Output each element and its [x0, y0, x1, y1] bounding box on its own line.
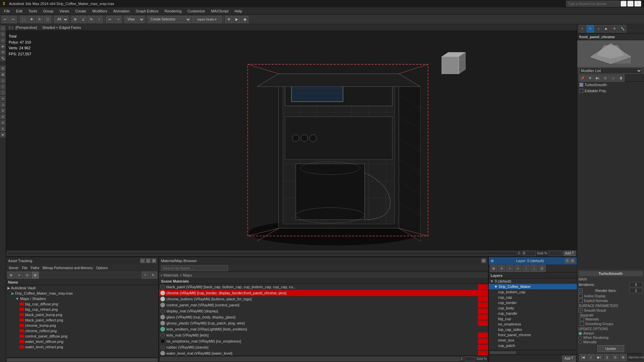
- toolbar-view-dropdown[interactable]: View: [124, 16, 145, 23]
- sidebar-s2[interactable]: ◉: [0, 72, 6, 77]
- layer-row-cup-bottom-cap[interactable]: cup_bottom_cap: [489, 289, 577, 295]
- menu-group[interactable]: Group: [40, 8, 56, 14]
- sidebar-s1[interactable]: ⊞: [0, 66, 6, 71]
- sidebar-modify[interactable]: ✎: [0, 32, 6, 37]
- right-icon-motion[interactable]: ▶: [603, 25, 610, 33]
- sidebar-s12[interactable]: ✱: [0, 132, 6, 137]
- search-input[interactable]: [568, 2, 618, 6]
- ts-btn-6[interactable]: ⊞: [620, 354, 627, 361]
- layers-panel-help[interactable]: ?: [565, 258, 570, 263]
- ts-iterations-input[interactable]: [629, 282, 643, 287]
- sidebar-display[interactable]: 👁: [0, 50, 6, 55]
- toolbar-redo[interactable]: ↪: [9, 16, 17, 23]
- asset-panel-maximize[interactable]: □: [146, 258, 151, 263]
- menu-customize[interactable]: Customize: [185, 8, 208, 14]
- sidebar-s4[interactable]: □: [0, 84, 6, 89]
- sidebar-s3[interactable]: △: [0, 78, 6, 83]
- layer-row-big-cup[interactable]: big_cup: [489, 316, 577, 321]
- mat-search-input[interactable]: [161, 265, 228, 271]
- asset-toolbar-refresh[interactable]: ↻: [150, 272, 157, 279]
- viewport-3d[interactable]: Total Polys: 47 310 Verts: 24 962 FPS: 2…: [6, 31, 577, 250]
- toolbar-filter-dropdown[interactable]: All: [54, 16, 68, 23]
- ts-smooth-result-checkbox[interactable]: [579, 308, 583, 312]
- menu-graph-editors[interactable]: Graph Editors: [133, 8, 161, 14]
- toolbar-render[interactable]: ▶: [233, 16, 240, 23]
- asset-row-black-bump[interactable]: black_paint_bump.png: [6, 312, 158, 317]
- layer-row-cup-patch[interactable]: cup_patch: [489, 343, 577, 348]
- toolbar-percent-snap[interactable]: %: [88, 16, 95, 23]
- asset-row-control-diff[interactable]: control_panel_diffuse.png: [6, 334, 158, 339]
- asset-row-maps[interactable]: ▼ Maps / Shaders: [6, 296, 158, 301]
- modifier-row-turbosmooth[interactable]: TurboSmooth: [577, 82, 644, 88]
- ts-manually-radio[interactable]: [579, 341, 582, 344]
- modifier-configure[interactable]: ⚙: [586, 74, 594, 82]
- mat-row-display[interactable]: display_mat (VRayMtl) [display]: [159, 308, 488, 314]
- asset-menu-paths[interactable]: Paths: [30, 266, 41, 270]
- sidebar-utilities[interactable]: 🔧: [0, 56, 6, 61]
- toolbar-angle-snap[interactable]: ∠: [79, 16, 87, 23]
- ts-materials-checkbox[interactable]: [580, 317, 584, 321]
- toolbar-spinner-snap[interactable]: ↕: [96, 16, 103, 23]
- modifier-row-editable-poly[interactable]: Editable Poly: [577, 88, 644, 94]
- asset-panel-close[interactable]: ✕: [152, 258, 156, 263]
- menu-animation[interactable]: Animation: [111, 8, 132, 14]
- mat-row-chrome[interactable]: chrome (VRayMtl) [cup_border, display_bo…: [159, 290, 488, 296]
- menu-edit[interactable]: Edit: [13, 8, 25, 14]
- layer-row-drip[interactable]: ▼ Drip_Coffee_Maker: [489, 284, 577, 289]
- modifier-list-dropdown[interactable]: Modifier List: [579, 68, 642, 74]
- asset-toolbar-1[interactable]: ⊞: [7, 272, 15, 279]
- menu-create[interactable]: Create: [72, 8, 89, 14]
- toolbar-undo[interactable]: ↩: [1, 16, 9, 23]
- sidebar-s11[interactable]: ⊙: [0, 126, 6, 131]
- sidebar-hierarchy[interactable]: ⊹: [0, 38, 6, 43]
- timeline-z-input[interactable]: [522, 251, 536, 256]
- asset-row-water-ref[interactable]: watel_level_refract.png: [6, 344, 158, 350]
- mat-scrollbar[interactable]: [160, 357, 460, 361]
- modifier-pin[interactable]: 📌: [579, 74, 586, 82]
- layer-row-front-panel[interactable]: front_panel_chrome: [489, 332, 577, 338]
- layers-toolbar-4[interactable]: ⊹: [514, 265, 522, 272]
- mat-row-leds[interactable]: leds_mat (VRayMtl) [leds]: [159, 332, 488, 338]
- sidebar-s9[interactable]: ⊗: [0, 114, 6, 119]
- right-icon-create[interactable]: +: [579, 25, 586, 33]
- ts-isoline-checkbox[interactable]: [579, 294, 583, 298]
- menu-maxscript[interactable]: MAXScript: [208, 8, 231, 14]
- mat-cat-materials[interactable]: + Materials: [160, 273, 178, 277]
- menu-tools[interactable]: Tools: [26, 8, 40, 14]
- mat-row-leds-emitters[interactable]: leds_emitters_mat (VRayLightMtl) [leds_e…: [159, 326, 488, 332]
- layers-toolbar-7[interactable]: ⊡: [538, 265, 546, 272]
- asset-row-vault[interactable]: ▶ Autodesk Vault: [6, 285, 158, 291]
- minimize-button[interactable]: −: [621, 1, 627, 7]
- ts-update-button[interactable]: Update: [597, 345, 624, 352]
- asset-menu-file[interactable]: File: [20, 266, 29, 270]
- toolbar-align[interactable]: ⊣: [114, 16, 121, 23]
- ts-header[interactable]: TurboSmooth: [579, 271, 643, 276]
- sidebar-s7[interactable]: ⊿: [0, 102, 6, 107]
- mat-row-control-panel[interactable]: control_panel_mat (VRayMtl) [control_pan…: [159, 302, 488, 308]
- asset-row-black-reflect[interactable]: black_paint_reflect.png: [6, 317, 158, 323]
- ts-btn-5[interactable]: ⊡: [611, 354, 619, 361]
- mat-panel-close[interactable]: ✕: [481, 258, 486, 263]
- layer-row-default[interactable]: ▼ 0 (default): [489, 279, 577, 284]
- asset-row-chrome-bump[interactable]: chrome_bump.png: [6, 323, 158, 328]
- mat-row-no-emptiness[interactable]: no_emptiness_mat (VRayMtl) [no_emptiness…: [159, 338, 488, 344]
- asset-toolbar-4[interactable]: ⊞: [32, 272, 39, 279]
- menu-rendering[interactable]: Rendering: [162, 8, 184, 14]
- layers-panel-close[interactable]: ✕: [570, 258, 575, 263]
- asset-panel-minimize[interactable]: −: [140, 258, 145, 263]
- right-icon-modify[interactable]: ✎: [587, 25, 594, 33]
- toolbar-render-setup[interactable]: ⚙: [225, 16, 232, 23]
- asset-toolbar-2[interactable]: ≡: [15, 272, 23, 279]
- sidebar-s5[interactable]: ○: [0, 90, 6, 95]
- layers-toolbar-5[interactable]: ↑: [522, 265, 530, 272]
- timeline-track[interactable]: [7, 251, 517, 255]
- toolbar-scale[interactable]: ⬡: [44, 16, 51, 23]
- menu-modifiers[interactable]: Modifiers: [90, 8, 110, 14]
- menu-help[interactable]: Help: [232, 8, 245, 14]
- sidebar-s10[interactable]: ≋: [0, 120, 6, 125]
- asset-menu-options[interactable]: Options: [95, 266, 109, 270]
- search-box[interactable]: [566, 1, 620, 7]
- modifier-remove[interactable]: 🗑: [617, 74, 625, 82]
- layer-row-cup-border[interactable]: cup_border: [489, 300, 577, 305]
- modifier-show-result[interactable]: ⊡: [602, 74, 609, 82]
